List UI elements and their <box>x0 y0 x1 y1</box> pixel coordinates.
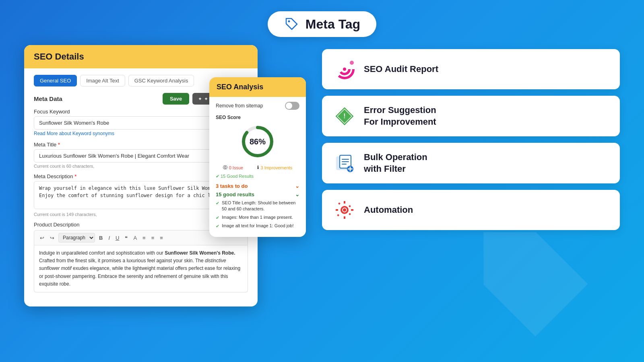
svg-point-5 <box>343 68 346 71</box>
check-icon-1: ✔ <box>216 200 219 206</box>
seo-audit-label: SEO Audit Report <box>364 64 438 75</box>
tasks-header[interactable]: 3 tasks to do ⌄ <box>216 183 299 189</box>
meta-data-label: Meta Data <box>34 95 62 102</box>
good-results-section: 15 good results ⌄ ✔ SEO Title Length: Sh… <box>216 191 299 230</box>
align-left-button[interactable]: ≡ <box>141 234 147 242</box>
tab-image-alt[interactable]: Image Alt Text <box>80 75 125 86</box>
align-center-button[interactable]: ≡ <box>150 234 156 242</box>
feature-card-error-suggestion[interactable]: ! Error SuggestionFor Improvement <box>322 96 620 136</box>
feature-card-seo-audit[interactable]: SEO Audit Report <box>322 49 620 89</box>
main-content: SEO Details General SEO Image Alt Text G… <box>0 45 644 306</box>
header: Meta Tag <box>0 0 644 45</box>
chevron-down-icon-2: ⌄ <box>295 191 299 197</box>
header-pill: Meta Tag <box>268 11 376 37</box>
app-title: Meta Tag <box>305 17 360 32</box>
color-button[interactable]: A <box>132 234 138 242</box>
underline-button[interactable]: U <box>114 234 121 242</box>
score-stats: ⓪ 0 Issue ℹ 3 Improvements <box>216 165 299 171</box>
check-icon-2: ✔ <box>216 215 219 221</box>
bulk-icon <box>334 153 355 174</box>
seo-analysis-header: SEO Analysis <box>209 77 306 97</box>
error-icon-wrapper: ! <box>333 105 356 128</box>
feature-card-automation[interactable]: Automation <box>322 190 620 230</box>
save-button[interactable]: Save <box>163 93 189 105</box>
seo-details-wrapper: SEO Details General SEO Image Alt Text G… <box>24 45 306 306</box>
score-circle: 86% <box>239 123 276 160</box>
seo-card-header: SEO Details <box>24 45 258 68</box>
score-circle-wrapper: 86% <box>216 123 299 160</box>
svg-text:!: ! <box>343 113 345 119</box>
svg-point-19 <box>343 208 346 212</box>
bold-button[interactable]: B <box>97 234 104 242</box>
keyword-synonyms-link[interactable]: Read More about Keyword synonyms <box>34 131 114 136</box>
score-value: 86% <box>250 137 266 146</box>
result-item-3: ✔ Image alt text for Image 1: Good job! <box>216 223 299 229</box>
stat-improvement: ℹ 3 Improvements <box>257 165 292 171</box>
automation-label: Automation <box>364 204 413 216</box>
good-results-header[interactable]: 15 good results ⌄ <box>216 191 299 197</box>
seo-analysis-body: Remove from sitemap SEO Score 86% <box>209 97 306 237</box>
seo-analysis-title: SEO Analysis <box>217 83 263 91</box>
automation-icon <box>334 200 355 220</box>
tab-gsc-keyword[interactable]: GSC Keyword Analysis <box>128 75 194 86</box>
svg-point-0 <box>288 21 290 23</box>
error-icon: ! <box>334 106 355 127</box>
editor-content[interactable]: Indulge in unparalleled comfort and soph… <box>34 245 248 292</box>
error-suggestion-label: Error SuggestionFor Improvement <box>364 105 436 128</box>
svg-point-6 <box>350 61 354 65</box>
automation-icon-wrapper <box>333 199 356 221</box>
redo-button[interactable]: ↪ <box>48 234 56 242</box>
stat-issue: ⓪ 0 Issue <box>223 165 243 171</box>
result-item-1: ✔ SEO Title Length: Should be between 50… <box>216 200 299 212</box>
align-right-button[interactable]: ≡ <box>158 234 165 242</box>
paragraph-select[interactable]: Paragraph <box>58 233 95 243</box>
seo-score-label: SEO Score <box>216 115 299 120</box>
check-icon-3: ✔ <box>216 223 219 229</box>
result-item-2: ✔ Images: More than 1 image present. <box>216 214 299 221</box>
quote-button[interactable]: ❝ <box>123 234 129 242</box>
undo-button[interactable]: ↩ <box>38 234 46 242</box>
tab-general-seo[interactable]: General SEO <box>34 75 77 86</box>
seo-details-title: SEO Details <box>34 51 84 62</box>
tag-icon <box>284 16 300 32</box>
bulk-icon-wrapper <box>333 152 356 175</box>
seo-analysis-card: SEO Analysis Remove from sitemap SEO Sco… <box>209 77 306 237</box>
audit-icon-wrapper <box>333 58 356 80</box>
tasks-section: 3 tasks to do ⌄ <box>216 183 299 189</box>
good-results-count: ✔ 15 Good Results <box>216 174 299 179</box>
generate-icon: ✦ <box>198 96 202 102</box>
sitemap-label: Remove from sitemap <box>216 103 263 109</box>
sitemap-row: Remove from sitemap <box>216 102 299 110</box>
feature-card-bulk-operation[interactable]: Bulk Operationwith Filter <box>322 143 620 183</box>
sitemap-toggle[interactable] <box>285 102 299 110</box>
audit-icon <box>334 59 355 80</box>
italic-button[interactable]: I <box>107 234 111 242</box>
right-panel: SEO Audit Report ! Error SuggestionFor I… <box>322 45 620 230</box>
chevron-down-icon: ⌄ <box>295 183 299 189</box>
bulk-operation-label: Bulk Operationwith Filter <box>364 152 427 175</box>
